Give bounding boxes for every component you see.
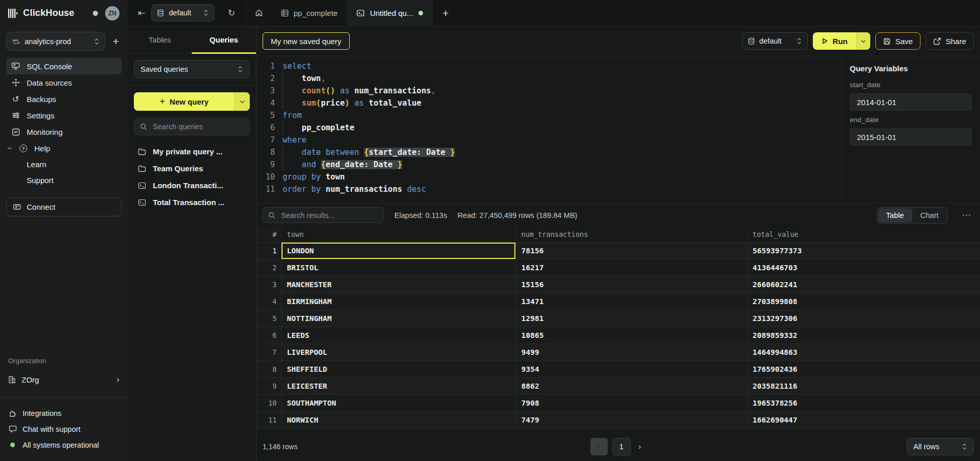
code-line[interactable]: 8 date between {start_date: Date } bbox=[263, 146, 841, 158]
table-cell[interactable]: BIRMINGHAM bbox=[281, 293, 515, 310]
page-size-selector[interactable]: All rows bbox=[907, 438, 974, 455]
code-line[interactable]: 9 and {end_date: Date } bbox=[263, 158, 841, 171]
list-item-team-queries[interactable]: Team Queries bbox=[134, 160, 250, 177]
next-page-button[interactable]: › bbox=[635, 442, 644, 451]
table-row: 7LIVERPOOL94991464994863 bbox=[256, 344, 980, 360]
table-cell[interactable]: 9354 bbox=[515, 360, 747, 377]
code-line[interactable]: 5from bbox=[263, 109, 841, 122]
share-button[interactable]: Share bbox=[926, 32, 974, 50]
table-cell[interactable]: 16217 bbox=[515, 259, 747, 276]
table-cell[interactable]: 10865 bbox=[515, 327, 747, 344]
table-cell[interactable]: SHEFFIELD bbox=[281, 360, 515, 377]
topbar-database-selector[interactable]: default bbox=[151, 4, 214, 22]
code-line[interactable]: 10group by town bbox=[263, 171, 841, 183]
column-header-num_transactions[interactable]: num_transactions bbox=[515, 227, 747, 242]
sidebar-item-data-sources[interactable]: Data sources bbox=[6, 74, 122, 91]
prev-page-button[interactable]: ‹ bbox=[590, 438, 608, 455]
table-cell[interactable]: 1464994863 bbox=[747, 344, 980, 360]
refresh-icon[interactable]: ↻ bbox=[228, 8, 235, 18]
page-number-input[interactable] bbox=[612, 438, 631, 455]
new-query-button[interactable]: + New query bbox=[134, 92, 250, 111]
saved-query-tab[interactable]: My new saved query bbox=[263, 32, 350, 50]
table-cell[interactable]: LONDON bbox=[281, 242, 515, 259]
search-results-input[interactable] bbox=[280, 211, 378, 220]
table-cell[interactable]: 78156 bbox=[515, 242, 747, 259]
table-cell[interactable]: 2660602241 bbox=[747, 276, 980, 293]
sidebar-item-backups[interactable]: ↺ Backups bbox=[6, 91, 122, 107]
save-button[interactable]: Save bbox=[875, 32, 921, 50]
table-cell[interactable]: 2089859332 bbox=[747, 327, 980, 344]
list-item-private-query[interactable]: My private query ... bbox=[134, 143, 250, 160]
code-line[interactable]: 7where bbox=[263, 134, 841, 146]
more-options-icon[interactable]: ⋯ bbox=[962, 210, 971, 221]
table-cell[interactable]: 12981 bbox=[515, 310, 747, 327]
column-header-total_value[interactable]: total_value bbox=[747, 227, 980, 242]
sidebar-item-sql-console[interactable]: SQL Console bbox=[6, 58, 122, 74]
table-cell[interactable]: BRISTOL bbox=[281, 259, 515, 276]
code-line[interactable]: 4 sum(price) as total_value bbox=[263, 97, 841, 109]
run-database-selector[interactable]: default bbox=[742, 32, 808, 50]
tab-queries[interactable]: Queries bbox=[192, 26, 256, 53]
sidebar-item-settings[interactable]: Settings bbox=[6, 107, 122, 124]
table-cell[interactable]: LEEDS bbox=[281, 327, 515, 344]
code-line[interactable]: 2 town, bbox=[263, 72, 841, 85]
sql-editor[interactable]: 1select2 town,3 count() as num_transacti… bbox=[256, 56, 841, 203]
new-query-dropdown[interactable] bbox=[234, 92, 250, 111]
table-cell[interactable]: MANCHESTER bbox=[281, 276, 515, 293]
column-header-index[interactable]: # bbox=[256, 227, 281, 242]
table-cell[interactable]: 1662690447 bbox=[747, 411, 980, 428]
table-cell[interactable]: 9499 bbox=[515, 344, 747, 360]
table-cell[interactable]: SOUTHAMPTON bbox=[281, 394, 515, 411]
user-avatar[interactable]: ZN bbox=[105, 6, 119, 21]
table-cell[interactable]: NOTTINGHAM bbox=[281, 310, 515, 327]
code-line[interactable]: 11order by num_transactions desc bbox=[263, 183, 841, 195]
table-cell[interactable]: 1765902436 bbox=[747, 360, 980, 377]
sidebar-item-support[interactable]: Support bbox=[6, 172, 122, 188]
table-cell[interactable]: LEICESTER bbox=[281, 377, 515, 394]
table-cell[interactable]: 2703899808 bbox=[747, 293, 980, 310]
organization-row[interactable]: ZOrg › bbox=[8, 371, 119, 388]
table-cell[interactable]: 1965378256 bbox=[747, 394, 980, 411]
table-cell[interactable]: 2313297306 bbox=[747, 310, 980, 327]
code-line[interactable]: 6 pp_complete bbox=[263, 122, 841, 134]
add-service-button[interactable]: + bbox=[110, 36, 122, 47]
run-button[interactable]: Run bbox=[813, 32, 870, 50]
home-icon[interactable] bbox=[255, 9, 263, 17]
table-cell[interactable]: LIVERPOOL bbox=[281, 344, 515, 360]
list-item-total-transactions[interactable]: Total Transaction ... bbox=[134, 194, 250, 211]
run-options-dropdown[interactable] bbox=[856, 32, 870, 50]
new-tab-button[interactable]: + bbox=[443, 8, 449, 18]
view-chart-button[interactable]: Chart bbox=[912, 208, 947, 223]
tab-pp-complete[interactable]: pp_complete bbox=[272, 0, 348, 26]
sidebar-item-integrations[interactable]: Integrations bbox=[8, 405, 119, 421]
table-cell[interactable]: 8862 bbox=[515, 377, 747, 394]
connect-button[interactable]: Connect bbox=[6, 197, 122, 216]
tab-untitled-query[interactable]: Untitled qu... bbox=[347, 0, 432, 26]
search-queries-input[interactable] bbox=[152, 122, 244, 131]
table-cell[interactable]: 15156 bbox=[515, 276, 747, 293]
sidebar-item-monitoring[interactable]: Monitoring bbox=[6, 124, 122, 140]
indent-guide bbox=[283, 85, 283, 97]
table-cell[interactable]: 7479 bbox=[515, 411, 747, 428]
sidebar-item-learn[interactable]: Learn bbox=[6, 156, 122, 172]
system-status[interactable]: All systems operational bbox=[8, 437, 119, 453]
column-header-town[interactable]: town bbox=[281, 227, 515, 242]
table-cell[interactable]: 7908 bbox=[515, 394, 747, 411]
start-date-input[interactable] bbox=[850, 93, 972, 111]
table-cell[interactable]: 2035821116 bbox=[747, 377, 980, 394]
list-item-london-transactions[interactable]: London Transacti... bbox=[134, 177, 250, 194]
view-table-button[interactable]: Table bbox=[878, 208, 912, 223]
tab-tables[interactable]: Tables bbox=[128, 26, 192, 53]
table-cell[interactable]: NORWICH bbox=[281, 411, 515, 428]
table-cell[interactable]: 4136446703 bbox=[747, 259, 980, 276]
end-date-input[interactable] bbox=[850, 128, 972, 146]
sidebar-item-help[interactable]: ? Help bbox=[6, 140, 122, 156]
table-cell[interactable]: 56593977373 bbox=[747, 242, 980, 259]
table-cell[interactable]: 13471 bbox=[515, 293, 747, 310]
code-line[interactable]: 3 count() as num_transactions, bbox=[263, 85, 841, 97]
service-selector[interactable]: aws analytics-prod bbox=[6, 32, 105, 51]
collapse-sidebar-icon[interactable]: ⇤ bbox=[138, 8, 145, 18]
saved-queries-selector[interactable]: Saved queries bbox=[134, 60, 250, 78]
sidebar-item-chat-support[interactable]: Chat with support bbox=[8, 421, 119, 437]
code-line[interactable]: 1select bbox=[263, 60, 841, 72]
